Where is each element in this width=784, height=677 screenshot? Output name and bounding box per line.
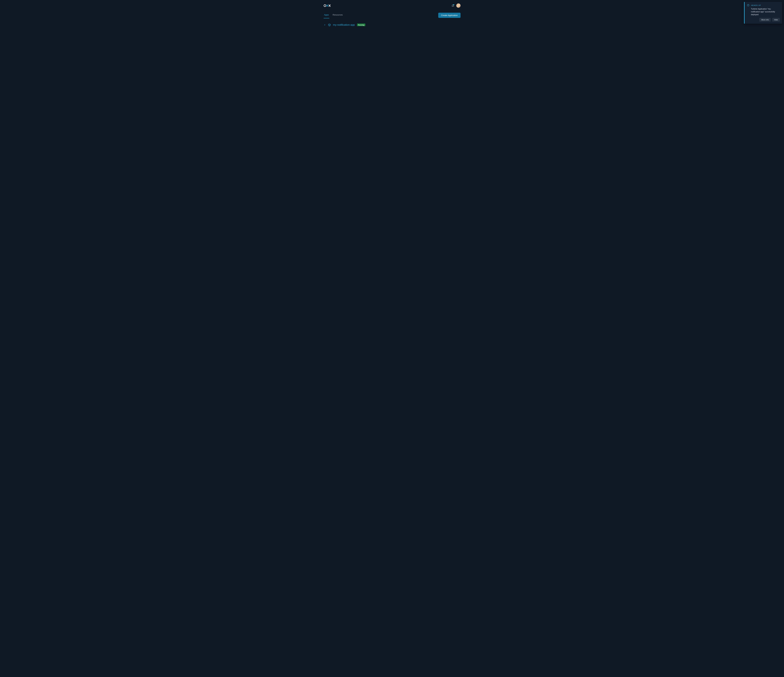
create-application-button[interactable]: Create Application — [438, 13, 460, 18]
app-row: my-notification-app Running — [324, 22, 460, 28]
package-icon — [328, 23, 331, 26]
header-actions — [451, 3, 460, 8]
tab-resources[interactable]: Resources — [332, 12, 343, 18]
toast-header: HEADS UP — [747, 4, 780, 6]
hide-button[interactable]: Hide — [772, 18, 780, 22]
svg-point-4 — [748, 5, 748, 5]
tabs: Apps Resources — [324, 12, 343, 18]
more-info-button[interactable]: More info — [759, 18, 771, 22]
app-list: my-notification-app Running — [324, 22, 460, 28]
expand-toggle[interactable] — [324, 24, 326, 26]
tabs-row: Apps Resources Create Application — [324, 12, 460, 18]
user-avatar[interactable] — [456, 3, 460, 8]
chevron-right-icon — [324, 24, 326, 26]
tab-apps[interactable]: Apps — [324, 12, 330, 18]
status-badge: Running — [357, 23, 366, 26]
logo[interactable] — [324, 4, 331, 7]
app-name-link[interactable]: my-notification-app — [333, 23, 355, 26]
notification-bell-button[interactable] — [451, 4, 454, 7]
svg-point-0 — [324, 5, 326, 6]
notification-indicator — [453, 4, 454, 5]
toast-title: HEADS UP — [751, 5, 761, 6]
toast-message: Turbine Application "my-notification-app… — [751, 8, 780, 16]
toast-actions: More info Hide — [747, 18, 780, 22]
header — [324, 0, 460, 12]
info-icon — [747, 4, 749, 6]
notification-toast: HEADS UP Turbine Application "my-notific… — [744, 2, 782, 24]
